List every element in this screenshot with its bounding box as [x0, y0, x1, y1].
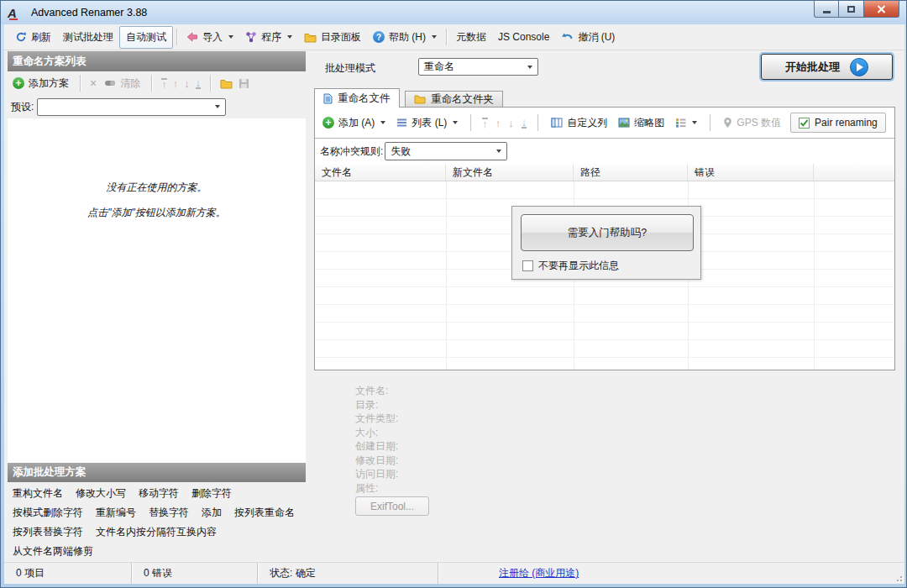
clear-methods-button[interactable]: 清除 [102, 74, 142, 93]
method-link[interactable]: 文件名内按分隔符互换内容 [96, 525, 217, 539]
preset-select[interactable] [37, 98, 226, 116]
method-link[interactable]: 删除字符 [191, 486, 232, 501]
tab-rename-files[interactable]: 重命名文件 [314, 88, 400, 108]
import-caret-icon [228, 35, 233, 39]
pair-renaming-label: Pair renaming [815, 117, 878, 129]
auto-test-button[interactable]: 自动测试 [119, 26, 173, 49]
sort-options-button[interactable] [674, 115, 699, 130]
method-link[interactable]: 重新编号 [96, 506, 136, 520]
metadata-button[interactable]: 元数据 [450, 27, 492, 48]
help-button[interactable]: ? 帮助 (H) [367, 27, 443, 48]
refresh-button[interactable]: 刷新 [9, 27, 57, 48]
file-move-bottom-icon[interactable]: ↓ [522, 118, 527, 129]
tab-rename-folders[interactable]: 重命名文件夹 [405, 91, 503, 107]
method-link[interactable]: 按模式删除字符 [13, 506, 83, 520]
method-link[interactable]: 添加 [202, 506, 222, 520]
status-state: 状态: 确定 [258, 563, 438, 584]
info-filetype-label: 文件类型: [355, 412, 398, 426]
import-button[interactable]: 导入 [181, 27, 239, 48]
preset-caret-icon [215, 105, 220, 108]
info-filename-label: 文件名: [355, 384, 398, 398]
move-up-icon[interactable]: ↑ [173, 79, 179, 88]
dont-show-again-row: 不要再显示此信息 [522, 259, 619, 273]
sort-icon [675, 118, 686, 128]
dont-show-again-label: 不要再显示此信息 [538, 259, 619, 273]
move-top-icon[interactable]: ↑ [161, 78, 167, 89]
minimize-icon [823, 11, 831, 13]
clear-methods-label: 清除 [120, 76, 140, 91]
tab-rename-files-label: 重命名文件 [338, 92, 391, 106]
thumbnails-button[interactable]: 缩略图 [616, 113, 666, 133]
custom-columns-label: 自定义列 [567, 116, 607, 130]
refresh-label: 刷新 [31, 30, 51, 45]
open-preset-folder-icon[interactable] [220, 78, 233, 89]
plus-icon: + [322, 117, 334, 129]
batch-mode-select[interactable]: 重命名 [418, 58, 538, 76]
method-link[interactable]: 修改大小写 [76, 486, 126, 501]
main-toolbar: 刷新 测试批处理 自动测试 导入 程序 目录面板 [4, 24, 904, 50]
js-console-label: JS Console [498, 31, 549, 43]
empty-message-line2: 点击"添加"按钮以添加新方案。 [8, 206, 306, 220]
move-bottom-icon[interactable]: ↓ [196, 78, 202, 89]
status-register-panel: 注册给 (商业用途) [438, 563, 904, 584]
start-batch-button[interactable]: 开始批处理 [761, 54, 893, 80]
collision-rule-select[interactable]: 失败 [385, 142, 507, 160]
exiftool-button[interactable]: ExifTool... [355, 496, 429, 516]
toolbar-separator [151, 75, 152, 92]
move-down-icon[interactable]: ↓ [184, 79, 190, 88]
columns-icon [551, 118, 563, 128]
method-list-header: 重命名方案列表 [8, 51, 306, 71]
program-button[interactable]: 程序 [239, 27, 298, 48]
method-link[interactable]: 替换字符 [149, 506, 189, 520]
add-method-button[interactable]: + 添加方案 [11, 74, 71, 93]
method-link[interactable]: 按列表重命名 [234, 506, 295, 520]
method-link[interactable]: 重构文件名 [13, 486, 63, 501]
method-list-toolbar: + 添加方案 × 清除 ↑ ↑ ↓ ↓ [8, 71, 306, 95]
method-link[interactable]: 移动字符 [139, 486, 179, 501]
file-move-up-icon[interactable]: ↑ [495, 118, 501, 128]
gps-pin-icon [723, 117, 732, 129]
maximize-button[interactable] [839, 1, 864, 18]
list-view-button[interactable]: 列表 (L) [395, 113, 459, 133]
pair-renaming-checkbox-icon [799, 118, 810, 129]
minimize-button[interactable] [814, 1, 839, 18]
gps-values-button[interactable]: GPS 数值 [721, 113, 783, 133]
file-move-top-icon[interactable]: ↑ [482, 118, 488, 129]
add-method-section-label: 添加批处理方案 [13, 465, 87, 480]
method-row: 重构文件名 修改大小写 移动字符 删除字符 [13, 484, 306, 503]
getting-started-button[interactable]: 需要入门帮助吗? [521, 214, 694, 251]
remove-method-icon[interactable]: × [90, 76, 97, 90]
method-link[interactable]: 从文件名两端修剪 [13, 544, 93, 559]
close-icon [877, 5, 886, 13]
dont-show-again-checkbox[interactable] [522, 260, 533, 271]
method-link[interactable]: 按列表替换字符 [13, 525, 83, 539]
file-move-down-icon[interactable]: ↓ [508, 118, 514, 128]
help-label: 帮助 (H) [389, 30, 426, 45]
dir-panel-button[interactable]: 目录面板 [298, 27, 367, 48]
add-files-button[interactable]: + 添加 (A) [321, 113, 387, 133]
column-header-newfilename[interactable]: 新文件名 [446, 164, 574, 181]
pair-renaming-toggle[interactable]: Pair renaming [790, 113, 886, 133]
getting-started-button-label: 需要入门帮助吗? [568, 226, 647, 240]
program-caret-icon [287, 35, 292, 39]
collision-rule-value: 失败 [391, 144, 411, 159]
resize-grip-icon[interactable] [894, 573, 902, 581]
column-header-path[interactable]: 路径 [574, 164, 688, 181]
custom-columns-button[interactable]: 自定义列 [549, 113, 609, 133]
js-console-button[interactable]: JS Console [492, 28, 555, 46]
register-link[interactable]: 注册给 (商业用途) [499, 566, 579, 580]
column-header-error[interactable]: 错误 [688, 164, 814, 181]
list-view-caret-icon [453, 121, 458, 124]
titlebar[interactable]: A Advanced Renamer 3.88 [1, 1, 907, 24]
undo-button[interactable]: 撤消 (U) [555, 27, 621, 48]
window-controls [814, 1, 899, 18]
program-icon [245, 31, 257, 43]
save-preset-icon[interactable] [239, 78, 249, 89]
close-button[interactable] [864, 1, 899, 18]
info-accessed-label: 访问日期: [355, 467, 398, 481]
column-header-filename[interactable]: 文件名 [315, 164, 446, 181]
maximize-icon [847, 6, 855, 13]
toolbar-separator [470, 114, 471, 131]
test-batch-button[interactable]: 测试批处理 [57, 27, 119, 48]
batch-mode-label: 批处理模式 [325, 61, 375, 76]
